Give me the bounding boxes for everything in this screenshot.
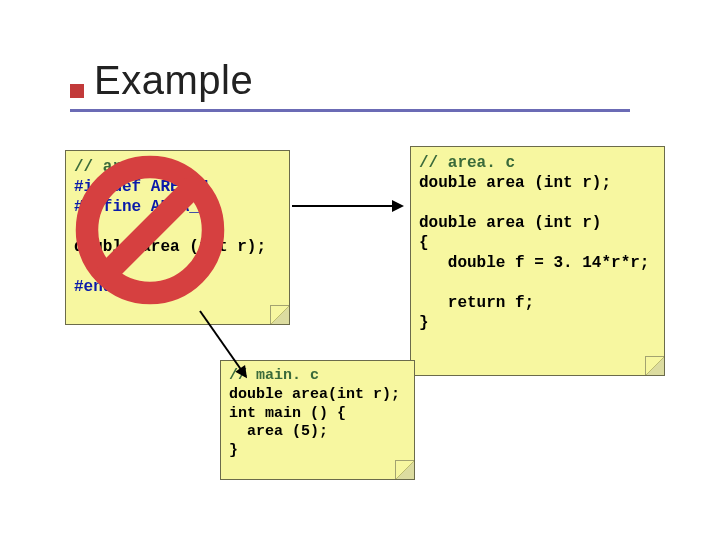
slide-title: Example: [94, 58, 253, 103]
code-line: int main () {: [229, 405, 346, 422]
code-line: double area (int r);: [419, 174, 611, 192]
slide-title-bar: Example: [70, 58, 630, 112]
code-box-area-h: // area. h #ifndef AREA_H #define AREA_H…: [65, 150, 290, 325]
code-line: {: [419, 234, 429, 252]
code-line: double area (int r);: [74, 238, 266, 256]
arrow-to-area-c: [292, 205, 402, 207]
code-line: area (5);: [229, 423, 328, 440]
code-line: double area(int r);: [229, 386, 400, 403]
code-line: }: [229, 442, 238, 459]
code-line: return f;: [419, 294, 534, 312]
code-line: double area (int r): [419, 214, 601, 232]
code-box-area-c: // area. c double area (int r); double a…: [410, 146, 665, 376]
code-line: double f = 3. 14*r*r;: [419, 254, 649, 272]
title-bullet-icon: [70, 84, 84, 98]
code-line: #endif: [74, 278, 132, 296]
code-line: #ifndef AREA_H: [74, 178, 208, 196]
code-line: #define AREA_H: [74, 198, 208, 216]
code-line: // area. c: [419, 154, 515, 172]
code-box-main-c: // main. c double area(int r); int main …: [220, 360, 415, 480]
code-line: }: [419, 314, 429, 332]
code-line: // area. h: [74, 158, 170, 176]
